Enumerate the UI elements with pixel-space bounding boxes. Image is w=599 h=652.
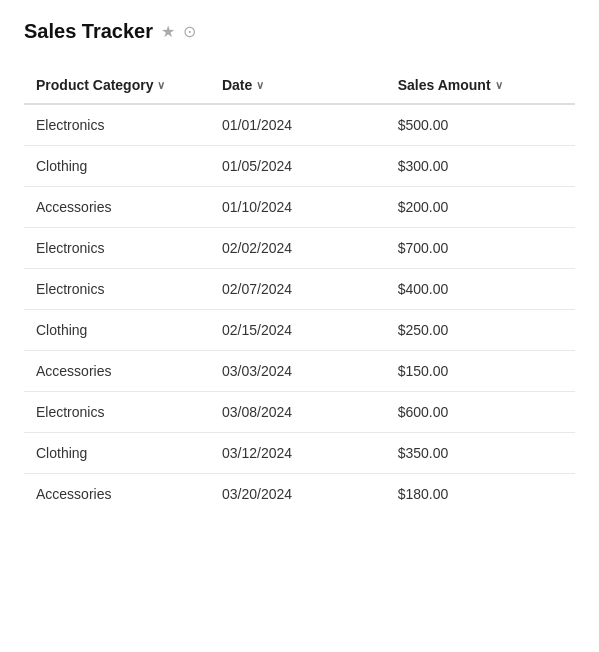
cell-amount: $150.00 [398,351,575,392]
column-header-date[interactable]: Date ∨ [222,67,398,104]
column-label-amount: Sales Amount [398,77,491,93]
column-label-date: Date [222,77,252,93]
cell-category: Electronics [24,269,222,310]
star-icon[interactable]: ★ [161,22,175,41]
cell-amount: $600.00 [398,392,575,433]
page-title: Sales Tracker [24,20,153,43]
page-header: Sales Tracker ★ ⊙ [24,20,575,43]
table-row: Electronics02/07/2024$400.00 [24,269,575,310]
cell-amount: $400.00 [398,269,575,310]
table-row: Electronics03/08/2024$600.00 [24,392,575,433]
cell-date: 01/10/2024 [222,187,398,228]
table-body: Electronics01/01/2024$500.00Clothing01/0… [24,104,575,514]
check-icon[interactable]: ⊙ [183,22,196,41]
cell-category: Clothing [24,310,222,351]
table-row: Accessories03/03/2024$150.00 [24,351,575,392]
table-row: Electronics02/02/2024$700.00 [24,228,575,269]
chevron-down-icon: ∨ [495,79,503,92]
cell-amount: $250.00 [398,310,575,351]
column-label-category: Product Category [36,77,153,93]
cell-amount: $200.00 [398,187,575,228]
table-row: Clothing03/12/2024$350.00 [24,433,575,474]
cell-date: 01/01/2024 [222,104,398,146]
chevron-down-icon: ∨ [256,79,264,92]
table-row: Clothing01/05/2024$300.00 [24,146,575,187]
chevron-down-icon: ∨ [157,79,165,92]
cell-amount: $500.00 [398,104,575,146]
sales-table: Product Category ∨ Date ∨ Sales Amount ∨… [24,67,575,514]
cell-date: 01/05/2024 [222,146,398,187]
table-row: Accessories03/20/2024$180.00 [24,474,575,515]
cell-amount: $180.00 [398,474,575,515]
cell-date: 03/08/2024 [222,392,398,433]
cell-category: Accessories [24,474,222,515]
cell-category: Electronics [24,392,222,433]
cell-category: Accessories [24,351,222,392]
cell-date: 03/12/2024 [222,433,398,474]
cell-date: 02/07/2024 [222,269,398,310]
cell-date: 02/15/2024 [222,310,398,351]
cell-date: 03/20/2024 [222,474,398,515]
column-header-amount[interactable]: Sales Amount ∨ [398,67,575,104]
table-header: Product Category ∨ Date ∨ Sales Amount ∨ [24,67,575,104]
table-row: Accessories01/10/2024$200.00 [24,187,575,228]
cell-category: Electronics [24,104,222,146]
table-row: Clothing02/15/2024$250.00 [24,310,575,351]
cell-category: Clothing [24,433,222,474]
cell-category: Clothing [24,146,222,187]
cell-category: Accessories [24,187,222,228]
cell-category: Electronics [24,228,222,269]
header-row: Product Category ∨ Date ∨ Sales Amount ∨ [24,67,575,104]
cell-amount: $700.00 [398,228,575,269]
cell-date: 03/03/2024 [222,351,398,392]
table-row: Electronics01/01/2024$500.00 [24,104,575,146]
cell-amount: $300.00 [398,146,575,187]
cell-amount: $350.00 [398,433,575,474]
cell-date: 02/02/2024 [222,228,398,269]
column-header-category[interactable]: Product Category ∨ [24,67,222,104]
